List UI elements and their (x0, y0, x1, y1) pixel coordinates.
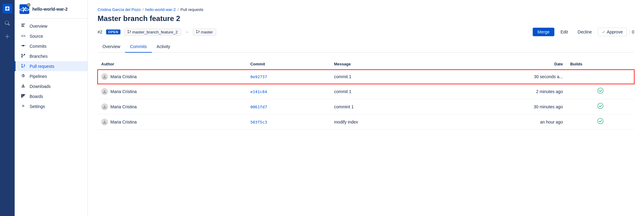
commit-build-cell (567, 99, 634, 114)
table-row[interactable]: Maria Cristina 0e92737commit 130 seconds… (98, 70, 634, 84)
source-branch-pill: master_branch_feature_2 (124, 29, 181, 36)
pull-requests-icon (20, 64, 26, 69)
app-bar (0, 0, 15, 216)
tab-overview[interactable]: Overview (98, 41, 125, 53)
target-branch-icon (196, 30, 200, 34)
sidebar-item-overview[interactable]: Overview (15, 21, 88, 31)
sidebar-item-source[interactable]: <> Source (15, 31, 88, 41)
target-branch-pill: master (193, 29, 216, 36)
tabs: Overview Commits Activity (98, 41, 634, 53)
commit-hash-link[interactable]: 0e92737 (250, 75, 267, 79)
sidebar-item-downloads[interactable]: Downloads (15, 81, 88, 91)
sidebar-nav: Overview <> Source Commits Branches Pull… (15, 19, 88, 216)
svg-rect-3 (21, 24, 25, 24)
commit-hash-link[interactable]: 0061fd7 (250, 105, 267, 109)
decline-button[interactable]: Decline (574, 28, 596, 36)
commits-icon (20, 44, 26, 49)
svg-text:<>: <> (21, 33, 25, 38)
svg-point-24 (130, 30, 131, 32)
source-branch-name: master_branch_feature_2 (132, 30, 178, 34)
col-builds-header: Builds (567, 59, 634, 70)
commit-hash-cell: 503f5c3 (247, 114, 330, 130)
table-row[interactable]: Maria Cristina 0061fd7commint 130 minute… (98, 99, 634, 114)
commit-date-cell: 30 minutes ago (439, 99, 567, 114)
approve-check-icon: ✓ (602, 30, 606, 34)
approve-button[interactable]: ✓ Approve (598, 28, 627, 36)
boards-icon (20, 94, 26, 99)
main-content: Cristina García del Pozo / hello-world-w… (88, 0, 644, 216)
commit-author-cell: Maria Cristina (98, 84, 247, 99)
settings-icon (20, 104, 26, 109)
breadcrumb-sep1: / (142, 7, 144, 12)
author-name: Maria Cristina (110, 120, 137, 124)
commit-message-cell: commint 1 (330, 99, 439, 114)
svg-point-23 (127, 32, 129, 33)
col-date-header: Date (439, 59, 567, 70)
tab-activity[interactable]: Activity (152, 41, 175, 53)
svg-point-21 (23, 106, 24, 106)
svg-point-34 (598, 118, 603, 124)
commit-date-cell: an hour ago (439, 114, 567, 130)
source-icon: <> (20, 33, 26, 39)
target-branch-name: master (201, 30, 213, 34)
sidebar-item-pull-requests[interactable]: Pull requests (15, 61, 88, 71)
author-name: Maria Cristina (110, 74, 137, 79)
breadcrumb-repo[interactable]: hello-world-war-2 (145, 7, 176, 12)
table-row[interactable]: Maria Cristina 503f5c3modify indexan hou… (98, 114, 634, 130)
page-title: Master branch feature 2 (98, 14, 634, 23)
sidebar-item-branches[interactable]: Branches (15, 51, 88, 61)
commit-build-cell (567, 70, 634, 84)
edit-button[interactable]: Edit (557, 28, 571, 36)
tab-commits[interactable]: Commits (125, 41, 152, 53)
svg-point-33 (104, 120, 106, 122)
sidebar-header: </> </> 🔒 hello-world-war-2 (15, 0, 88, 19)
branch-arrow-icon: → (185, 30, 189, 34)
svg-text:</>: </> (20, 6, 29, 13)
merge-button[interactable]: Merge (533, 28, 555, 36)
lock-badge: 🔒 (27, 3, 30, 7)
pipelines-icon (20, 74, 26, 79)
svg-rect-20 (24, 94, 25, 96)
overview-icon (20, 23, 26, 29)
pr-number: #2 (98, 30, 102, 34)
table-row[interactable]: Maria Cristina e141c84commit 12 minutes … (98, 84, 634, 99)
sidebar-item-pipelines[interactable]: Pipelines (15, 71, 88, 81)
sidebar-item-boards[interactable]: Boards (15, 91, 88, 101)
add-icon[interactable] (4, 33, 11, 40)
build-check-icon (597, 89, 603, 95)
svg-point-25 (196, 30, 197, 31)
col-author-header: Author (98, 59, 247, 70)
author-name: Maria Cristina (110, 89, 137, 94)
breadcrumb-section: Pull requests (181, 7, 203, 12)
svg-point-29 (104, 90, 106, 92)
sidebar-item-commits[interactable]: Commits (15, 41, 88, 51)
svg-rect-5 (21, 26, 24, 27)
pr-status-badge: OPEN (106, 30, 120, 34)
author-name: Maria Cristina (110, 104, 137, 109)
breadcrumb-sep2: / (177, 7, 179, 12)
build-check-icon (597, 119, 603, 125)
breadcrumb-user[interactable]: Cristina García del Pozo (98, 7, 141, 12)
author-avatar (101, 88, 108, 95)
commit-author-cell: Maria Cristina (98, 114, 247, 130)
commit-message-cell: commit 1 (330, 70, 439, 84)
svg-point-26 (196, 32, 197, 33)
commit-date-cell: 30 seconds a... (439, 70, 567, 84)
commit-message-cell: commit 1 (330, 84, 439, 99)
commit-author-cell: Maria Cristina (98, 70, 247, 84)
commit-hash-link[interactable]: 503f5c3 (250, 120, 267, 124)
svg-point-10 (21, 54, 23, 55)
app-logo[interactable] (2, 4, 12, 13)
search-icon[interactable] (4, 19, 11, 27)
svg-point-22 (127, 30, 129, 31)
author-avatar (101, 103, 108, 110)
sidebar-item-settings[interactable]: Settings (15, 101, 88, 111)
commit-hash-link[interactable]: e141c84 (250, 89, 267, 94)
svg-point-7 (23, 45, 24, 47)
commit-build-cell (567, 84, 634, 99)
author-avatar (101, 119, 108, 125)
source-branch-icon (127, 30, 131, 34)
svg-point-31 (104, 105, 106, 107)
commits-table: Author Commit Message Date Builds Maria … (98, 59, 634, 130)
svg-point-28 (104, 75, 106, 77)
